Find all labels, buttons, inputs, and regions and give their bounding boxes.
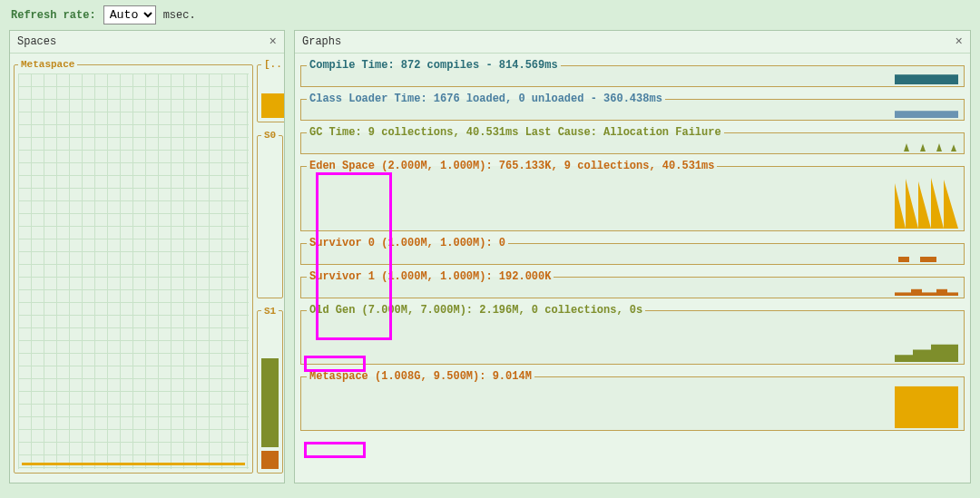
space-bar-1-fill	[261, 93, 284, 118]
metaspace-box: Metaspace	[14, 59, 253, 474]
main-area: Spaces × Metaspace [...] S0 S1	[0, 30, 980, 493]
space-bar-s0: S0	[257, 130, 283, 298]
spaces-body: Metaspace [...] S0 S1	[10, 54, 284, 483]
space-bar-s1-legend: S1	[261, 306, 279, 317]
refresh-rate-unit: msec.	[163, 9, 196, 22]
refresh-rate-select[interactable]: Auto	[103, 5, 156, 24]
graph-gc-time-spark	[895, 141, 958, 151]
spaces-panel-title: Spaces	[17, 35, 56, 48]
space-bar-1: [...]	[257, 59, 284, 122]
graph-survivor0-label: Survivor 0 (1.000M, 1.000M): 0	[307, 237, 508, 249]
graph-survivor1-spark	[895, 285, 958, 296]
graph-survivor0-spark	[895, 251, 958, 262]
graphs-panel-header: Graphs ×	[295, 31, 970, 54]
svg-rect-1	[895, 111, 958, 118]
space-bar-s1-extra	[261, 451, 279, 469]
graph-oldgen: Old Gen (7.000M, 7.000M): 2.196M, 0 coll…	[300, 304, 965, 365]
graph-metaspace-spark	[895, 385, 958, 428]
graphs-body: Compile Time: 872 compiles - 814.569ms C…	[295, 54, 970, 483]
graph-survivor1-label: Survivor 1 (1.000M, 1.000M): 192.000K	[307, 270, 554, 283]
graph-compile-time-label: Compile Time: 872 compiles - 814.569ms	[307, 59, 561, 72]
graph-survivor1: Survivor 1 (1.000M, 1.000M): 192.000K	[300, 270, 965, 298]
refresh-rate-label: Refresh rate:	[11, 9, 96, 22]
svg-rect-7	[895, 386, 958, 428]
svg-rect-6	[936, 289, 947, 296]
top-bar: Refresh rate: Auto msec.	[0, 0, 980, 30]
graph-classloader: Class Loader Time: 1676 loaded, 0 unload…	[300, 93, 965, 121]
graph-classloader-label: Class Loader Time: 1676 loaded, 0 unload…	[307, 93, 665, 105]
graph-metaspace-label: Metaspace (1.008G, 9.500M): 9.014M	[307, 370, 534, 383]
svg-rect-3	[920, 257, 936, 262]
graph-survivor0: Survivor 0 (1.000M, 1.000M): 0	[300, 237, 965, 265]
spaces-panel-close-icon[interactable]: ×	[270, 34, 277, 49]
graph-eden: Eden Space (2.000M, 1.000M): 765.133K, 9…	[300, 160, 965, 231]
graphs-panel-title: Graphs	[302, 35, 341, 48]
space-bar-1-legend: [...]	[261, 59, 284, 70]
metaspace-grid	[18, 73, 249, 469]
svg-rect-5	[911, 289, 922, 296]
svg-rect-2	[898, 257, 909, 262]
graph-classloader-spark	[895, 107, 958, 118]
metaspace-legend: Metaspace	[18, 59, 77, 70]
graph-oldgen-spark	[895, 318, 958, 362]
space-bar-s0-legend: S0	[261, 130, 279, 141]
graph-oldgen-label: Old Gen (7.000M, 7.000M): 2.196M, 0 coll…	[307, 304, 645, 317]
spaces-panel: Spaces × Metaspace [...] S0 S1	[9, 30, 285, 483]
svg-rect-4	[895, 292, 958, 296]
graph-eden-spark	[895, 174, 958, 229]
space-bar-column: [...] S0 S1	[257, 59, 280, 474]
svg-rect-0	[895, 74, 958, 84]
graph-compile-time-spark	[895, 73, 958, 84]
graph-metaspace: Metaspace (1.008G, 9.500M): 9.014M	[300, 370, 965, 431]
graph-eden-label: Eden Space (2.000M, 1.000M): 765.133K, 9…	[307, 160, 717, 172]
graphs-panel: Graphs × Compile Time: 872 compiles - 81…	[294, 30, 971, 483]
graphs-panel-close-icon[interactable]: ×	[956, 34, 963, 49]
graph-gc-time-label: GC Time: 9 collections, 40.531ms Last Ca…	[307, 126, 724, 139]
space-bar-s1: S1	[257, 306, 283, 474]
graph-gc-time: GC Time: 9 collections, 40.531ms Last Ca…	[300, 126, 965, 154]
spaces-panel-header: Spaces ×	[10, 31, 284, 54]
space-bar-s1-fill	[261, 358, 279, 448]
graph-compile-time: Compile Time: 872 compiles - 814.569ms	[300, 59, 965, 87]
